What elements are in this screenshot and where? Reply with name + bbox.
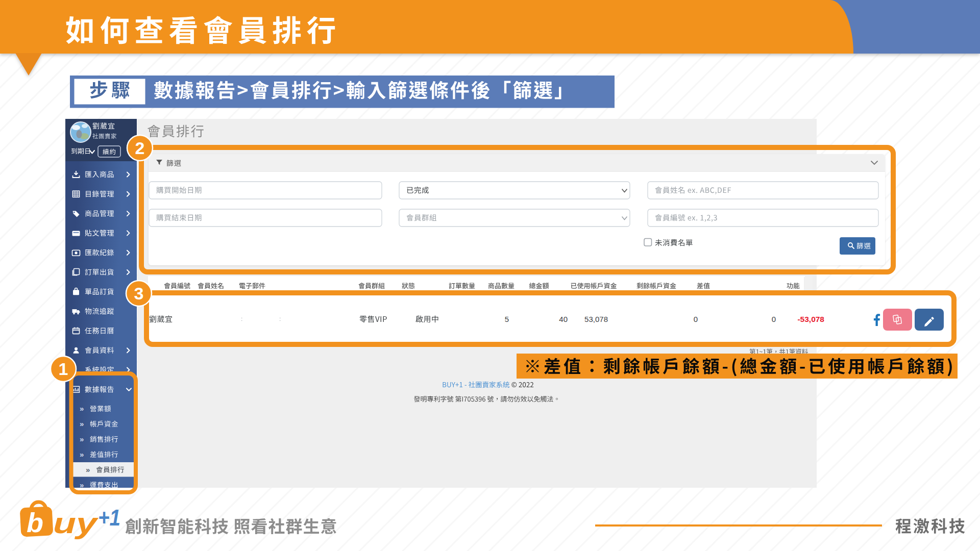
svg-text:uy: uy — [53, 506, 99, 539]
svg-text:3: 3 — [134, 284, 144, 303]
svg-text:-53,078: -53,078 — [797, 315, 824, 323]
svg-text:»: » — [80, 419, 84, 428]
svg-text:»: » — [80, 404, 84, 413]
svg-text:b: b — [27, 507, 43, 538]
svg-text:40: 40 — [559, 315, 568, 323]
svg-text:1: 1 — [59, 359, 68, 379]
svg-text:5: 5 — [505, 315, 509, 323]
svg-text:2: 2 — [135, 138, 145, 158]
svg-text:53,078: 53,078 — [584, 315, 608, 323]
svg-text:»: » — [86, 465, 90, 474]
svg-text:0: 0 — [772, 315, 776, 323]
svg-text:»: » — [80, 435, 84, 443]
svg-text:0: 0 — [694, 315, 698, 323]
svg-text:»: » — [80, 481, 84, 489]
svg-text:+1: +1 — [98, 505, 120, 530]
svg-text:»: » — [80, 450, 84, 459]
